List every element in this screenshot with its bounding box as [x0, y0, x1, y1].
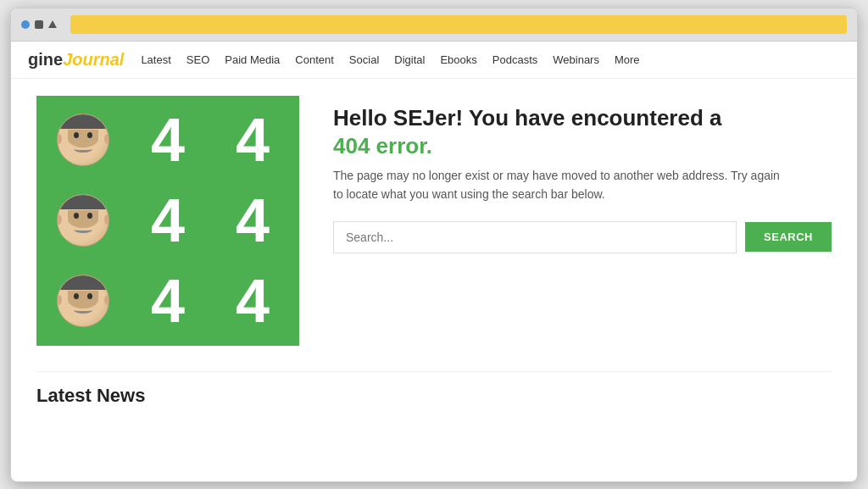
face-ear-l-3 — [57, 295, 62, 305]
face-eyes-2 — [74, 213, 92, 219]
face-ear-l-1 — [57, 134, 62, 144]
face-hair-1 — [58, 114, 108, 129]
error-text-section: Hello SEJer! You have encountered a 404 … — [333, 96, 832, 253]
nav-link-seo[interactable]: SEO — [186, 53, 209, 66]
face-mouth-1 — [74, 146, 92, 153]
logo-gine: gine — [28, 50, 63, 69]
face-mouth-3 — [74, 307, 92, 314]
error-headline-part1: Hello SEJer! You have encountered a — [333, 105, 722, 131]
face-1 — [57, 114, 109, 166]
face-ear-l-2 — [57, 214, 62, 225]
nav-item-seo[interactable]: SEO — [186, 52, 209, 67]
grid-cell-1 — [41, 100, 125, 181]
face-3 — [57, 275, 109, 327]
nav-item-latest[interactable]: Latest — [141, 52, 170, 67]
nav-link-paid-media[interactable]: Paid Media — [225, 53, 280, 66]
dot-close[interactable] — [21, 20, 30, 29]
number-4-5: 4 — [151, 270, 185, 331]
nav-link-podcasts[interactable]: Podcasts — [492, 53, 537, 66]
nav-link-latest[interactable]: Latest — [141, 53, 170, 66]
face-eye-l-1 — [74, 132, 79, 138]
error-headline: Hello SEJer! You have encountered a 404 … — [333, 104, 832, 162]
browser-chrome — [11, 8, 857, 42]
nav-link-ebooks[interactable]: Ebooks — [440, 53, 476, 66]
nav-item-webinars[interactable]: Webinars — [553, 52, 599, 67]
nav-link-more[interactable]: More — [615, 53, 640, 66]
face-ear-r-2 — [104, 214, 109, 225]
nav-link-digital[interactable]: Digital — [394, 53, 425, 66]
number-4-4: 4 — [236, 190, 270, 251]
error-code: 404 error. — [333, 133, 432, 158]
grid-cell-2: 4 — [125, 100, 210, 181]
nav-item-paid-media[interactable]: Paid Media — [225, 52, 280, 67]
dot-minimize[interactable] — [35, 20, 43, 29]
search-button[interactable]: SEARCH — [745, 222, 832, 252]
face-eye-r-3 — [87, 293, 92, 299]
error-description: The page may no longer exist or may have… — [333, 166, 791, 204]
face-hair-3 — [58, 275, 108, 290]
search-input-wrapper — [333, 221, 737, 253]
face-2 — [57, 194, 109, 247]
nav-link-social[interactable]: Social — [349, 53, 379, 66]
face-eye-l-3 — [74, 293, 79, 299]
grid-cell-5: 4 — [125, 181, 210, 261]
number-4-3: 4 — [151, 190, 185, 251]
nav-link-content[interactable]: Content — [295, 53, 334, 66]
logo-journal: Journal — [63, 50, 124, 69]
grid-cell-7 — [41, 261, 125, 342]
search-row: SEARCH — [333, 221, 832, 253]
nav-item-more[interactable]: More — [615, 52, 640, 67]
error-image-grid: 4 4 — [36, 96, 299, 346]
face-eyes-3 — [74, 293, 92, 299]
number-4-6: 4 — [236, 270, 270, 331]
search-input[interactable] — [333, 221, 737, 253]
face-ear-r-3 — [104, 295, 109, 305]
number-4-1: 4 — [151, 109, 185, 170]
grid-cell-6: 4 — [210, 181, 295, 261]
nav-item-social[interactable]: Social — [349, 52, 379, 67]
latest-news-title: Latest News — [36, 385, 832, 407]
face-mouth-2 — [74, 226, 92, 233]
nav-item-podcasts[interactable]: Podcasts — [492, 52, 537, 67]
grid-cell-4 — [41, 181, 125, 261]
nav-item-content[interactable]: Content — [295, 52, 334, 67]
traffic-lights — [21, 20, 57, 29]
address-bar[interactable] — [70, 15, 847, 34]
grid-cell-9: 4 — [210, 261, 295, 342]
error-section: 4 4 — [36, 96, 832, 346]
page-content: 4 4 — [11, 79, 857, 432]
face-ear-r-1 — [104, 134, 109, 144]
face-eyes-1 — [74, 132, 92, 138]
latest-news-section: Latest News — [36, 371, 832, 407]
site-logo: gineJournal — [28, 50, 124, 69]
browser-window: gineJournal Latest SEO Paid Media Conten… — [10, 8, 858, 482]
face-eye-r-2 — [87, 213, 92, 219]
nav-item-digital[interactable]: Digital — [394, 52, 425, 67]
nav-link-webinars[interactable]: Webinars — [553, 53, 599, 66]
grid-cell-8: 4 — [125, 261, 210, 342]
face-eye-r-1 — [87, 132, 92, 138]
grid-cell-3: 4 — [210, 100, 295, 181]
nav-bar: gineJournal Latest SEO Paid Media Conten… — [11, 42, 857, 79]
face-hair-2 — [58, 195, 108, 209]
number-4-2: 4 — [236, 109, 270, 170]
nav-item-ebooks[interactable]: Ebooks — [440, 52, 476, 67]
dot-maximize[interactable] — [48, 20, 57, 28]
nav-links: Latest SEO Paid Media Content Social Dig… — [141, 52, 639, 67]
face-eye-l-2 — [74, 213, 79, 219]
